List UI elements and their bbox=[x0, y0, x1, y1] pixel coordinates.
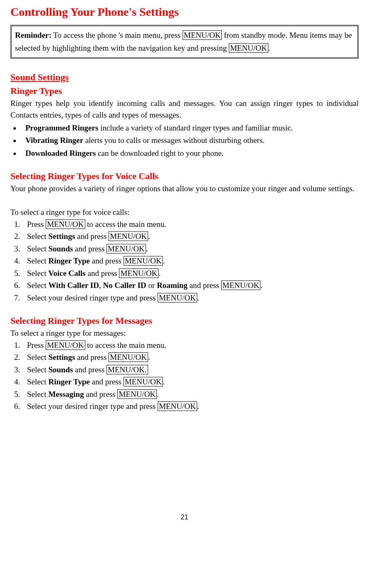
step-text: Select bbox=[27, 390, 48, 399]
bullet-text: include a variety of standard ringer typ… bbox=[98, 123, 293, 132]
step-text: Press bbox=[27, 220, 46, 229]
key-menu-ok: MENU/OK bbox=[46, 340, 85, 350]
key-menu-ok: MENU/OK. bbox=[106, 365, 148, 374]
step-item: Select Voice Calls and press MENU/OK. bbox=[22, 268, 359, 280]
list-item: Programmed Ringers include a variety of … bbox=[23, 122, 359, 134]
voice-steps: Press MENU/OK to access the main menu. S… bbox=[10, 219, 359, 304]
key-menu-ok: MENU/OK bbox=[124, 256, 163, 266]
step-text: . bbox=[148, 232, 150, 241]
step-text: . bbox=[163, 377, 165, 386]
bullet-bold: Vibrating Ringer bbox=[25, 136, 83, 145]
step-text: . bbox=[197, 293, 199, 302]
key-menu-ok: MENU/OK bbox=[158, 293, 197, 303]
step-bold: Settings bbox=[48, 353, 75, 362]
step-text: Select bbox=[27, 244, 48, 253]
step-text: and press bbox=[75, 353, 109, 362]
step-text: and press bbox=[90, 377, 124, 386]
page-number: 21 bbox=[10, 512, 359, 522]
step-bold: Messaging bbox=[48, 390, 84, 399]
reminder-label: Reminder: bbox=[15, 31, 52, 39]
step-item: Select With Caller ID, No Caller ID or R… bbox=[22, 280, 359, 292]
step-item: Press MENU/OK to access the main menu. bbox=[22, 219, 359, 231]
key-menu-ok: MENU/OK bbox=[106, 244, 146, 253]
step-text: and press bbox=[84, 390, 118, 399]
step-text: Select bbox=[27, 281, 48, 290]
step-text: Select your desired ringer type and pres… bbox=[27, 402, 158, 411]
step-text: and press bbox=[73, 365, 106, 374]
step-bold: Voice Calls bbox=[48, 269, 86, 278]
key-menu-ok: MENU/OK bbox=[221, 280, 261, 290]
step-text: and press bbox=[75, 232, 109, 241]
step-item: Select Settings and press MENU/OK. bbox=[22, 231, 359, 243]
step-bold: Ringer Type bbox=[48, 256, 90, 265]
step-text: Select bbox=[27, 377, 48, 386]
step-text: . bbox=[163, 256, 165, 265]
step-item: Select Sounds and press MENU/OK. bbox=[22, 364, 359, 376]
step-text: or bbox=[146, 281, 157, 290]
step-text: . bbox=[157, 390, 159, 399]
step-item: Select Settings and press MENU/OK. bbox=[22, 352, 359, 364]
step-text: Select bbox=[27, 232, 48, 241]
key-menu-ok: MENU/OK bbox=[124, 377, 163, 386]
step-item: Select your desired ringer type and pres… bbox=[22, 292, 359, 304]
key-menu-ok: MENU/OK bbox=[109, 352, 148, 362]
step-text: Select bbox=[27, 353, 48, 362]
step-text: . bbox=[260, 281, 263, 290]
step-text: . bbox=[146, 244, 148, 253]
list-item: Downloaded Ringers can be downloaded rig… bbox=[23, 148, 359, 160]
step-text: Select your desired ringer type and pres… bbox=[27, 293, 158, 302]
step-text: , bbox=[99, 281, 103, 290]
key-menu-ok: MENU/OK bbox=[183, 30, 222, 40]
voice-calls-heading: Selecting Ringer Types for Voice Calls bbox=[10, 169, 359, 183]
step-item: Select Messaging and press MENU/OK. bbox=[22, 389, 359, 401]
key-menu-ok: MENU/OK bbox=[117, 389, 157, 399]
step-text: and press bbox=[188, 281, 221, 290]
step-bold: Roaming bbox=[157, 281, 188, 290]
step-item: Select your desired ringer type and pres… bbox=[22, 401, 359, 413]
key-menu-ok: MENU/OK bbox=[119, 268, 158, 278]
step-bold: No Caller ID bbox=[103, 281, 146, 290]
voice-lead: To select a ringer type for voice calls: bbox=[10, 207, 359, 219]
messages-heading: Selecting Ringer Types for Messages bbox=[10, 314, 359, 327]
ringer-intro: Ringer types help you identify incoming … bbox=[10, 98, 359, 121]
key-menu-ok: MENU/OK bbox=[46, 219, 85, 229]
msg-lead: To select a ringer type for messages: bbox=[10, 327, 359, 340]
step-item: Press MENU/OK to access the main menu. bbox=[22, 340, 359, 352]
reminder-text-1: To access the phone 's main menu, press bbox=[52, 31, 183, 39]
key-menu-ok: MENU/OK bbox=[158, 401, 197, 411]
page-title: Controlling Your Phone's Settings bbox=[10, 3, 359, 21]
step-bold: Sounds bbox=[48, 365, 73, 374]
step-text: and press bbox=[86, 269, 119, 278]
step-bold: Sounds bbox=[48, 244, 73, 253]
step-text: Select bbox=[27, 256, 48, 265]
key-menu-ok: MENU/OK bbox=[229, 43, 268, 53]
list-item: Vibrating Ringer alerts you to calls or … bbox=[23, 135, 359, 147]
bullet-text: can be downloaded right to your phone. bbox=[96, 149, 223, 157]
bullet-text: alerts you to calls or messages without … bbox=[83, 136, 265, 145]
step-text: Select bbox=[27, 365, 48, 374]
step-text: and press bbox=[90, 256, 124, 265]
step-text: to access the main menu. bbox=[85, 220, 166, 229]
step-bold: Settings bbox=[48, 232, 75, 241]
step-text: Press bbox=[27, 341, 46, 349]
key-menu-ok: MENU/OK bbox=[109, 231, 148, 241]
bullet-bold: Programmed Ringers bbox=[25, 123, 98, 132]
sound-settings-heading: Sound Settings bbox=[10, 70, 359, 84]
step-text: . bbox=[148, 353, 150, 362]
step-text: . bbox=[158, 269, 161, 278]
step-item: Select Sounds and press MENU/OK. bbox=[22, 243, 359, 255]
step-bold: Ringer Type bbox=[48, 377, 90, 386]
step-text: and press bbox=[73, 244, 106, 253]
step-text: . bbox=[197, 402, 199, 411]
step-item: Select Ringer Type and press MENU/OK. bbox=[22, 376, 359, 388]
step-item: Select Ringer Type and press MENU/OK. bbox=[22, 255, 359, 267]
reminder-box: Reminder: To access the phone 's main me… bbox=[10, 25, 359, 59]
step-text: to access the main menu. bbox=[85, 341, 166, 349]
ringer-types-heading: Ringer Types bbox=[10, 84, 359, 98]
msg-steps: Press MENU/OK to access the main menu. S… bbox=[10, 340, 359, 413]
bullet-bold: Downloaded Ringers bbox=[25, 149, 96, 157]
voice-intro: Your phone provides a variety of ringer … bbox=[10, 183, 359, 195]
step-bold: With Caller ID bbox=[48, 281, 99, 290]
ringer-bullet-list: Programmed Ringers include a variety of … bbox=[10, 122, 359, 160]
step-text: Select bbox=[27, 269, 48, 278]
